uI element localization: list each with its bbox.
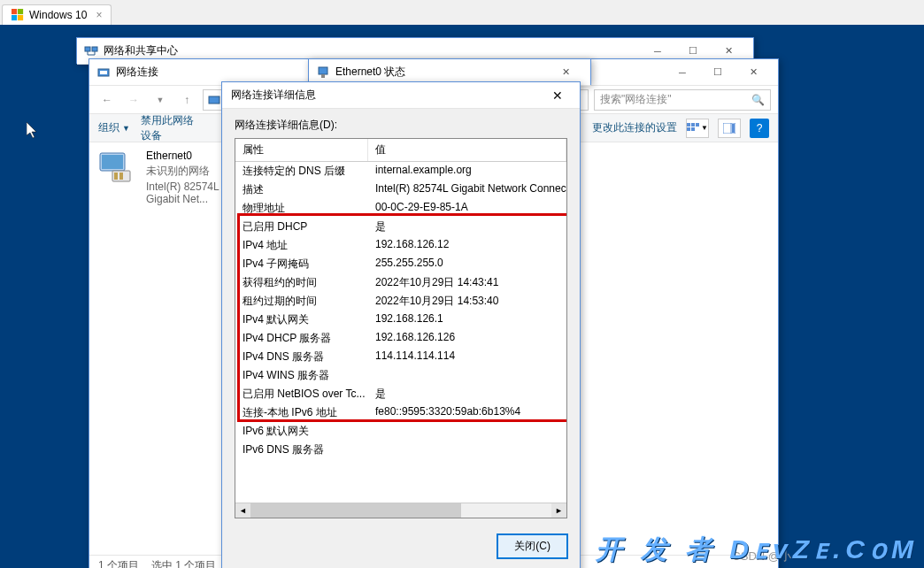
eth-title: Ethernet0 状态 [335, 65, 548, 80]
detail-value: 是 [368, 218, 566, 236]
breadcrumb-icon [207, 93, 221, 107]
toolbar-organize[interactable]: 组织▼ [98, 120, 130, 135]
adapter-device: Intel(R) 82574L Gigabit Net... [146, 180, 226, 205]
desktop: 网络和共享中心 ─ ☐ ✕ 网络连接 ─ ☐ ✕ ← → ▼ ↑ [0, 25, 924, 568]
detail-prop: IPv4 默认网关 [235, 311, 368, 329]
detail-value: Intel(R) 82574L Gigabit Network Connec [368, 180, 566, 199]
svg-rect-24 [119, 173, 123, 180]
close-button[interactable]: 关闭(C) [497, 534, 567, 558]
detail-value: internal.example.org [368, 162, 566, 180]
scroll-thumb[interactable] [250, 503, 461, 518]
detail-prop: IPv4 地址 [235, 236, 368, 255]
scroll-track[interactable] [250, 503, 551, 518]
details-header: 属性 值 [235, 139, 566, 162]
nav-history-button[interactable]: ▼ [150, 89, 171, 111]
detail-row[interactable]: IPv4 WINS 服务器 [235, 366, 566, 385]
svg-rect-2 [12, 15, 17, 20]
detail-row[interactable]: IPv6 默认网关 [235, 422, 566, 441]
detail-row[interactable]: 物理地址00-0C-29-E9-85-1A [235, 199, 566, 218]
detail-value [368, 441, 566, 459]
detail-value: 00-0C-29-E9-85-1A [368, 199, 566, 218]
status-selected-count: 选中 1 个项目 [151, 558, 216, 568]
detail-row[interactable]: 连接特定的 DNS 后缀internal.example.org [235, 162, 566, 180]
detail-prop: 已启用 DHCP [235, 218, 368, 236]
svg-rect-23 [114, 173, 118, 180]
nav-back-button[interactable]: ← [96, 89, 118, 111]
horizontal-scrollbar[interactable]: ◄ ► [235, 503, 566, 518]
svg-rect-13 [691, 123, 695, 127]
scroll-left-button[interactable]: ◄ [235, 503, 250, 518]
toolbar-disable[interactable]: 禁用此网络设备 [141, 113, 203, 143]
detail-value: 114.114.114.114 [368, 348, 566, 366]
nc-close-button[interactable]: ✕ [735, 60, 771, 85]
detail-prop: 连接-本地 IPv6 地址 [235, 403, 368, 422]
details-label: 网络连接详细信息(D): [235, 118, 567, 133]
svg-rect-10 [100, 71, 107, 74]
detail-row[interactable]: IPv4 地址192.168.126.12 [235, 236, 566, 255]
detail-row[interactable]: 已启用 DHCP是 [235, 218, 566, 236]
adapter-name: Ethernet0 [146, 150, 226, 162]
svg-rect-19 [732, 124, 735, 133]
details-title: 网络连接详细信息 [231, 88, 544, 103]
detail-row[interactable]: IPv4 子网掩码255.255.255.0 [235, 255, 566, 273]
tab-label: Windows 10 [29, 9, 87, 21]
svg-rect-15 [687, 127, 690, 131]
detail-row[interactable]: 描述Intel(R) 82574L Gigabit Network Connec [235, 180, 566, 199]
nav-forward-button[interactable]: → [123, 89, 144, 111]
detail-value: 192.168.126.12 [368, 236, 566, 255]
search-icon: 🔍 [751, 94, 765, 106]
detail-value [368, 422, 566, 441]
detail-value: 是 [368, 385, 566, 403]
detail-prop: 连接特定的 DNS 后缀 [235, 162, 368, 180]
detail-row[interactable]: 租约过期的时间2022年10月29日 14:53:40 [235, 292, 566, 311]
detail-prop: IPv4 子网掩码 [235, 255, 368, 273]
svg-rect-3 [18, 15, 23, 20]
detail-row[interactable]: 已启用 NetBIOS over Tc...是 [235, 385, 566, 403]
details-listview[interactable]: 属性 值 连接特定的 DNS 后缀internal.example.org描述I… [235, 138, 567, 518]
browser-tab-bar: Windows 10 × [0, 0, 924, 25]
network-connections-icon [96, 65, 111, 80]
detail-row[interactable]: IPv4 默认网关192.168.126.1 [235, 311, 566, 329]
ethernet-adapter-icon [96, 150, 139, 185]
nc-maximize-button[interactable]: ☐ [700, 60, 735, 85]
column-value[interactable]: 值 [368, 139, 566, 161]
details-close-button[interactable]: ✕ [544, 83, 571, 108]
nc-minimize-button[interactable]: ─ [665, 60, 700, 85]
connection-details-dialog: 网络连接详细信息 ✕ 网络连接详细信息(D): 属性 值 连接特定的 DNS 后… [221, 81, 581, 568]
svg-rect-14 [696, 123, 699, 127]
windows-icon [12, 9, 24, 21]
view-options-button[interactable]: ▼ [686, 119, 709, 138]
detail-prop: 租约过期的时间 [235, 292, 368, 311]
detail-row[interactable]: IPv4 DNS 服务器114.114.114.114 [235, 348, 566, 366]
detail-value: 192.168.126.126 [368, 329, 566, 348]
detail-prop: 已启用 NetBIOS over Tc... [235, 385, 368, 403]
browser-tab[interactable]: Windows 10 × [2, 4, 112, 25]
mouse-cursor-icon [27, 122, 41, 140]
detail-row[interactable]: 获得租约的时间2022年10月29日 14:43:41 [235, 273, 566, 292]
watermark-devze: 开 发 者 DᴇvZᴇ.CᴏM [596, 532, 919, 568]
detail-prop: IPv4 DNS 服务器 [235, 348, 368, 366]
scroll-right-button[interactable]: ► [551, 503, 566, 518]
details-titlebar[interactable]: 网络连接详细信息 ✕ [222, 82, 580, 109]
nav-up-button[interactable]: ↑ [176, 89, 197, 111]
search-input[interactable]: 搜索"网络连接" 🔍 [594, 89, 771, 111]
detail-prop: 物理地址 [235, 199, 368, 218]
detail-prop: IPv4 DHCP 服务器 [235, 329, 368, 348]
svg-rect-25 [319, 67, 327, 74]
detail-row[interactable]: 连接-本地 IPv6 地址fe80::9595:3320:59ab:6b13%4 [235, 403, 566, 422]
detail-row[interactable]: IPv6 DNS 服务器 [235, 441, 566, 459]
svg-rect-1 [18, 9, 23, 14]
detail-row[interactable]: IPv4 DHCP 服务器192.168.126.126 [235, 329, 566, 348]
help-button[interactable]: ? [750, 119, 769, 138]
detail-value: 192.168.126.1 [368, 311, 566, 329]
network-center-icon [84, 44, 98, 58]
preview-pane-button[interactable] [718, 119, 741, 138]
ethernet-status-icon [316, 65, 330, 80]
svg-rect-0 [12, 9, 17, 14]
detail-prop: 描述 [235, 180, 368, 199]
toolbar-change-settings[interactable]: 更改此连接的设置 [592, 120, 677, 135]
tab-close-icon[interactable]: × [96, 9, 102, 21]
column-property[interactable]: 属性 [235, 139, 368, 161]
detail-value: fe80::9595:3320:59ab:6b13%4 [368, 403, 566, 422]
svg-rect-4 [85, 47, 90, 51]
